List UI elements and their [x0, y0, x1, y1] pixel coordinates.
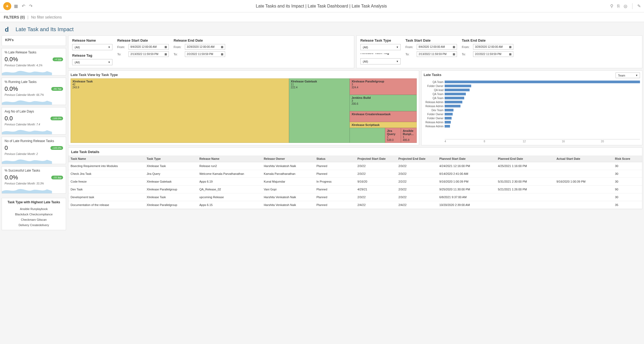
column-header[interactable]: Actual Start Date: [554, 155, 613, 162]
table-row[interactable]: Check Jira TaskJira QueryWelcome Kamala …: [68, 170, 642, 178]
release-start-from[interactable]: 8/4/2020 12:00:00 AM▦: [129, 44, 169, 50]
column-header[interactable]: Task Type: [145, 155, 197, 162]
bar-row[interactable]: Folder Owner: [424, 84, 640, 88]
bar-row[interactable]: QA lead: [424, 88, 640, 92]
task-start-to[interactable]: 2/13/2022 11:59:59 PM▦: [417, 51, 457, 57]
kpi-badge: ↓4.1pp: [53, 57, 63, 61]
bar-row[interactable]: Release Admin: [424, 100, 640, 104]
release-end-from[interactable]: 3/28/2020 12:00:00 AM▦: [185, 44, 225, 50]
column-header[interactable]: Release Owner: [262, 155, 314, 162]
bar-row[interactable]: Release Admin: [424, 104, 640, 108]
app-logo[interactable]: ✦: [3, 2, 11, 10]
topbar: ✦ ▦ ↶ ↷ Late Tasks and its Impact | Late…: [0, 0, 644, 12]
page-title-row: d Late Task and Its Impact: [0, 22, 644, 35]
kpi-label: % Successful Late Tasks: [5, 169, 63, 172]
column-header[interactable]: Status: [314, 155, 355, 162]
kpi-card[interactable]: % Successful Late Tasks 0.0% ↓33.3pp Pre…: [2, 166, 66, 194]
table-cell: 9/16/2020 1:00:39 PM: [437, 178, 496, 186]
user-icon[interactable]: ◎: [624, 3, 627, 9]
table-cell: In Progress: [314, 178, 355, 186]
column-header[interactable]: Task Name: [68, 155, 145, 162]
filters-label[interactable]: FILTERS (0): [4, 15, 25, 19]
table-cell: 9/16/2020 1:00:39 PM: [554, 178, 613, 186]
treemap-cell-createrelease[interactable]: Xlrelease Createreleasetask: [350, 111, 417, 122]
column-header[interactable]: Projected End Date: [396, 155, 437, 162]
treemap-cell-jenkins[interactable]: Jenkins Build 3 200.6: [350, 95, 417, 111]
sparkline: [2, 186, 52, 193]
calendar-icon: ▦: [509, 45, 511, 48]
kpi-sub: Previous Calendar Month: 2: [5, 153, 63, 155]
axis-tick: 12: [523, 140, 562, 143]
kpi-label: No of Late Running Release Tasks: [5, 139, 63, 143]
task-type-item[interactable]: Blackduck Checkcompliance: [4, 212, 64, 217]
table-cell: 30: [613, 193, 642, 201]
table-row[interactable]: Code freezeXlrelease GatetaskApps 6.19Ku…: [68, 178, 642, 186]
bar-chart[interactable]: QA TeamFolder OwnerQA leadQA TeamQA Team…: [424, 80, 640, 139]
bar-row[interactable]: Folder Owner: [424, 112, 640, 116]
kpi-card[interactable]: % Late Release Tasks 0.0% ↓4.1pp Previou…: [2, 48, 66, 75]
table-row[interactable]: Documentation of the releaseXlrelease Pa…: [68, 201, 642, 209]
kpi-card[interactable]: % Running Late Tasks 0.0% ↓66.7pp Previo…: [2, 78, 66, 105]
treemap-cell-scripttask[interactable]: Xlrelease Scripttask: [350, 122, 417, 128]
treemap-cell-jira[interactable]: Jira Query 1 538.0: [385, 128, 401, 143]
bar-row[interactable]: QA Team: [424, 96, 640, 100]
table-cell: 2/3/22: [396, 186, 437, 193]
task-start-from[interactable]: 8/4/2020 12:00:00 AM▦: [417, 44, 457, 50]
table-cell: Xlrelease Task: [145, 193, 197, 201]
bar-row[interactable]: Release Admin: [424, 120, 640, 124]
task-type-select[interactable]: (All)▾: [360, 44, 401, 50]
bar-team-select[interactable]: Team▾: [616, 73, 640, 78]
task-end-to[interactable]: 2/2/2022 11:59:59 PM▦: [473, 51, 513, 57]
treemap[interactable]: Xlrelease Task 42 243.9 Xlrelease Gateta…: [71, 78, 417, 143]
table-cell: 30: [613, 162, 642, 170]
release-name-select[interactable]: (All)▾: [72, 44, 112, 50]
release-start-to[interactable]: 2/13/2022 11:59:59 PM▦: [129, 51, 169, 57]
table-cell: Planned: [314, 201, 355, 209]
table-row[interactable]: Bisecting Requirement into ModulesXlrele…: [68, 162, 642, 170]
bar-row[interactable]: QA Team: [424, 92, 640, 96]
panel-icon[interactable]: ▦: [14, 3, 18, 9]
filter-panel-task: Release Task Type (All)▾ Release Task Ta…: [356, 35, 642, 68]
column-header[interactable]: Risk Score: [613, 155, 642, 162]
task-end-from[interactable]: 3/28/2020 12:00:00 AM▦: [473, 44, 513, 50]
table-row[interactable]: Development taskXlrelease Taskupcoming R…: [68, 193, 642, 201]
table-cell: 4/25/2021 1:16:00 PM: [496, 162, 554, 170]
task-tag-select[interactable]: (All)▾: [360, 58, 401, 64]
treemap-cell-parallelgroup[interactable]: Xlrelease Parallelgroup 3 324.4: [350, 78, 417, 95]
bar-row[interactable]: Release Admin: [424, 124, 640, 128]
treemap-cell-ansible[interactable]: Ansible Runpl... 1 495.8: [401, 128, 417, 143]
release-tag-select[interactable]: (All)▾: [72, 59, 112, 65]
filter-icon[interactable]: ⚲: [610, 3, 613, 9]
table-cell: 2/3/22: [396, 193, 437, 201]
redo-icon[interactable]: ↷: [29, 3, 32, 9]
breadcrumb: Late Tasks and its Impact | Late Task Da…: [32, 4, 610, 9]
table-row[interactable]: Dev TaskXlrelease ParallelgroupQA_Releas…: [68, 186, 642, 193]
task-type-item[interactable]: Ansible Runplaybook: [4, 206, 64, 212]
edit-icon[interactable]: ✎: [637, 3, 641, 9]
bar-row[interactable]: Folder Owner: [424, 116, 640, 120]
table-cell: [554, 186, 613, 193]
treemap-cell-gatetask[interactable]: Xlrelease Gatetask 11 222.4: [289, 78, 350, 143]
bar-row[interactable]: Dev Team: [424, 108, 640, 112]
task-tag-label-truncated: Release Task Tag: [360, 53, 401, 55]
calendar-icon: ▦: [453, 53, 455, 56]
table-cell: Planned: [314, 186, 355, 193]
axis-tick: 4: [445, 140, 484, 143]
table-cell: 2/3/22: [396, 162, 437, 170]
column-header[interactable]: Projected Start Date: [355, 155, 396, 162]
treemap-cell-xlrelease-task[interactable]: Xlrelease Task 42 243.9: [71, 78, 289, 143]
column-header[interactable]: Release Name: [197, 155, 262, 162]
release-end-to[interactable]: 2/2/2022 11:59:59 PM▦: [185, 51, 225, 57]
chevron-down-icon: ▾: [108, 60, 110, 64]
column-header[interactable]: Planned End Date: [496, 155, 554, 162]
table-cell: Welcome Kamala Parvathanathan: [197, 170, 262, 178]
bar-row[interactable]: QA Team: [424, 80, 640, 84]
task-type-item[interactable]: Delivery Createdelivery: [4, 222, 64, 228]
treemap-cell-unnamed-green[interactable]: [350, 128, 385, 143]
kpi-card[interactable]: Avg No of Late Days 0.0 ↓100.0% Previous…: [2, 107, 66, 135]
undo-icon[interactable]: ↶: [22, 3, 25, 9]
share-icon[interactable]: ⎘: [617, 4, 620, 9]
column-header[interactable]: Planned Start Date: [437, 155, 496, 162]
kpi-card[interactable]: No of Late Running Release Tasks 0 ↓100.…: [2, 137, 66, 164]
task-type-item[interactable]: Checkmarx Gitscan: [4, 217, 64, 222]
